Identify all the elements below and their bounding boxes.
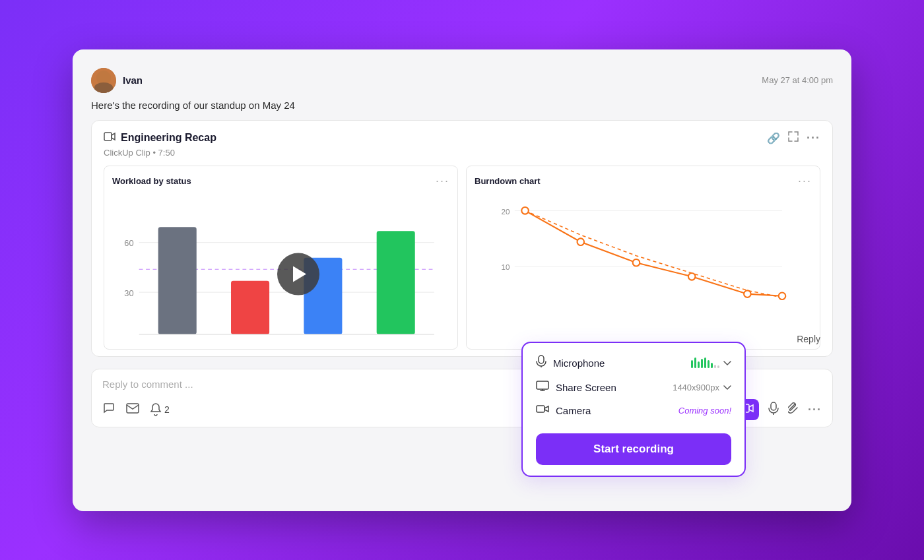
notification-badge[interactable]: 2 bbox=[150, 403, 170, 416]
share-screen-dropdown-arrow[interactable] bbox=[723, 383, 731, 392]
mic-bar-3 bbox=[698, 361, 700, 368]
svg-rect-10 bbox=[158, 227, 197, 334]
mail-icon[interactable] bbox=[126, 403, 139, 417]
share-screen-row-right: 1440x900px bbox=[673, 383, 731, 392]
workload-chart-title: Workload by status bbox=[112, 176, 191, 186]
workload-chart-title-row: Workload by status ··· bbox=[112, 174, 449, 188]
post-header: Ivan May 27 at 4:00 pm bbox=[91, 68, 833, 93]
svg-rect-11 bbox=[231, 280, 269, 334]
workload-chart-more[interactable]: ··· bbox=[436, 174, 449, 188]
mic-bar-6 bbox=[708, 360, 710, 368]
svg-rect-35 bbox=[537, 381, 548, 389]
svg-text:60: 60 bbox=[124, 238, 133, 248]
expand-icon[interactable] bbox=[788, 131, 799, 144]
microphone-row-right bbox=[691, 358, 731, 368]
post-body: Here's the recording of our standup on M… bbox=[91, 100, 833, 111]
svg-point-20 bbox=[578, 238, 585, 245]
svg-point-1 bbox=[98, 73, 109, 83]
camera-row-right: Coming soon! bbox=[678, 406, 731, 416]
svg-rect-4 bbox=[104, 133, 112, 140]
more-toolbar-icon[interactable]: ··· bbox=[808, 403, 822, 417]
svg-rect-38 bbox=[537, 406, 544, 412]
more-icon[interactable]: ··· bbox=[807, 131, 820, 145]
camera-icon bbox=[536, 404, 549, 418]
reply-button[interactable]: Reply bbox=[797, 334, 820, 344]
share-screen-label: Share Screen bbox=[556, 382, 616, 393]
microphone-label: Microphone bbox=[553, 358, 605, 369]
svg-text:10: 10 bbox=[502, 263, 510, 270]
recording-popup: Microphone bbox=[521, 342, 746, 477]
link-icon[interactable]: 🔗 bbox=[767, 132, 780, 144]
svg-point-21 bbox=[633, 259, 640, 266]
post-time: May 27 at 4:00 pm bbox=[762, 75, 833, 85]
charts-row: Workload by status ··· 60 30 bbox=[104, 166, 820, 350]
svg-rect-33 bbox=[539, 356, 544, 363]
svg-text:20: 20 bbox=[502, 207, 510, 215]
microphone-dropdown-arrow[interactable] bbox=[723, 358, 731, 368]
mic-bar-4 bbox=[701, 359, 703, 368]
burndown-chart-title: Burndown chart bbox=[475, 176, 541, 186]
mic-level-bars bbox=[691, 358, 719, 368]
svg-point-23 bbox=[744, 290, 751, 297]
coming-soon-label: Coming soon! bbox=[678, 406, 731, 416]
svg-point-2 bbox=[95, 84, 112, 93]
microphone-row-left: Microphone bbox=[536, 355, 605, 371]
mic-bar-9 bbox=[717, 365, 719, 368]
svg-point-19 bbox=[521, 207, 529, 214]
burndown-svg-chart: 20 10 bbox=[475, 193, 812, 325]
clip-header: Engineering Recap 🔗 ··· bbox=[104, 131, 820, 145]
share-screen-icon bbox=[536, 381, 549, 394]
share-screen-row: Share Screen 1440x900px bbox=[536, 381, 731, 394]
attach-icon[interactable] bbox=[788, 402, 799, 418]
mic-bar-1 bbox=[691, 360, 693, 368]
microphone-row: Microphone bbox=[536, 355, 731, 371]
svg-rect-13 bbox=[377, 231, 415, 334]
burndown-chart: Burndown chart ··· 20 10 bbox=[466, 166, 820, 350]
workload-chart: Workload by status ··· 60 30 bbox=[104, 166, 458, 350]
clip-card: Engineering Recap 🔗 ··· ClickUp Clip • 7… bbox=[91, 120, 833, 358]
camera-row: Camera Coming soon! bbox=[536, 404, 731, 418]
svg-point-22 bbox=[688, 273, 696, 280]
main-card: Ivan May 27 at 4:00 pm Here's the record… bbox=[73, 49, 851, 511]
mic-bar-8 bbox=[714, 365, 716, 368]
mic-bar-7 bbox=[711, 363, 713, 368]
burndown-chart-more[interactable]: ··· bbox=[798, 174, 812, 188]
burndown-chart-title-row: Burndown chart ··· bbox=[475, 174, 812, 188]
notif-count: 2 bbox=[164, 404, 170, 415]
share-screen-row-left: Share Screen bbox=[536, 381, 616, 394]
svg-text:30: 30 bbox=[124, 288, 133, 297]
microphone-icon bbox=[536, 355, 546, 371]
play-button[interactable] bbox=[277, 253, 319, 296]
mic-toolbar-icon[interactable] bbox=[768, 402, 779, 418]
post-header-left: Ivan bbox=[91, 68, 143, 93]
camera-row-left: Camera bbox=[536, 404, 591, 418]
svg-point-24 bbox=[779, 292, 786, 299]
comment-toolbar-left: 2 bbox=[102, 402, 170, 418]
post-author: Ivan bbox=[123, 75, 143, 86]
clip-actions: 🔗 ··· bbox=[767, 131, 820, 145]
mic-bar-2 bbox=[694, 358, 696, 368]
clip-icon bbox=[104, 131, 116, 144]
clip-title-row: Engineering Recap bbox=[104, 131, 216, 144]
mic-bar-5 bbox=[704, 358, 706, 368]
svg-point-0 bbox=[91, 68, 116, 93]
camera-label: Camera bbox=[556, 405, 591, 416]
svg-point-3 bbox=[100, 74, 108, 82]
svg-rect-31 bbox=[771, 402, 776, 410]
svg-rect-25 bbox=[127, 404, 139, 413]
chat-icon[interactable] bbox=[102, 402, 116, 418]
screen-size: 1440x900px bbox=[673, 383, 719, 392]
start-recording-button[interactable]: Start recording bbox=[536, 433, 731, 465]
clip-title: Engineering Recap bbox=[121, 132, 216, 144]
clip-meta: ClickUp Clip • 7:50 bbox=[104, 148, 820, 158]
avatar bbox=[91, 68, 116, 93]
